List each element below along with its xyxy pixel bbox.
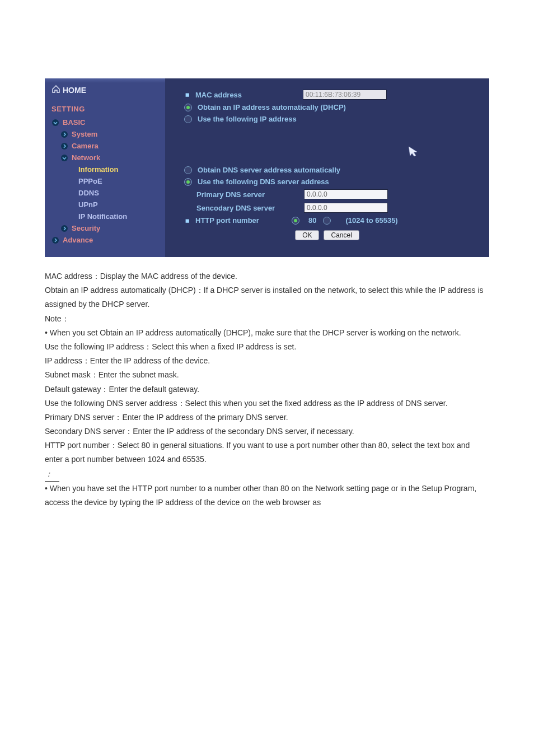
sidebar-item-basic[interactable]: BASIC [45, 116, 165, 128]
http-port-80-label: 80 [308, 216, 316, 225]
spacer [174, 127, 480, 162]
primary-dns-label: Primary DNS server [196, 190, 304, 199]
svg-point-1 [61, 131, 68, 138]
home-icon [51, 85, 60, 95]
http-port-row: ◼ HTTP port number 80 (1024 to 65535) [184, 216, 480, 225]
dns-static-label: Use the following DNS server address [198, 178, 329, 186]
primary-dns-input[interactable] [304, 189, 388, 199]
bullet-icon: ◼ [184, 218, 190, 223]
chevron-down-icon [51, 119, 59, 127]
home-label: HOME [63, 86, 86, 95]
desc-line: Note： [45, 312, 489, 326]
description-block: MAC address：Display the MAC address of t… [45, 269, 489, 510]
svg-point-0 [52, 119, 59, 126]
chevron-right-icon [60, 225, 68, 232]
desc-line: Primary DNS server：Enter the IP address … [45, 410, 489, 424]
sidebar-item-camera[interactable]: Camera [45, 140, 165, 152]
svg-point-4 [61, 225, 68, 232]
secondary-dns-label: Sencodary DNS server [196, 204, 304, 212]
dns-static-option[interactable]: Use the following DNS server address [184, 178, 480, 186]
desc-line: Use the following IP address：Select this… [45, 340, 489, 354]
setting-header: SETTING [45, 101, 165, 116]
desc-line: IP address：Enter the IP address of the d… [45, 354, 489, 368]
desc-line: • When you have set the HTTP port number… [45, 482, 489, 510]
http-port-hint: (1024 to 65535) [345, 216, 397, 225]
svg-point-5 [52, 237, 59, 244]
home-link[interactable]: HOME [45, 83, 165, 101]
http-port-80-radio[interactable] [292, 217, 299, 225]
http-port-custom-radio[interactable] [323, 217, 331, 225]
mac-label: MAC address [195, 91, 303, 99]
cancel-button[interactable]: Cancel [324, 230, 359, 240]
svg-point-2 [61, 143, 68, 150]
mac-row: ◼ MAC address [184, 90, 480, 100]
svg-point-3 [61, 155, 68, 161]
sidebar-item-ddns[interactable]: DDNS [45, 187, 165, 199]
sidebar-item-security[interactable]: Security [45, 222, 165, 234]
sidebar-item-advance[interactable]: Advance [45, 234, 165, 246]
sidebar: HOME SETTING BASIC System Camera [45, 78, 165, 257]
sidebar-item-pppoe[interactable]: PPPoE [45, 175, 165, 187]
chevron-right-icon [60, 130, 68, 138]
sidebar-item-system[interactable]: System [45, 128, 165, 140]
radio-on-icon[interactable] [184, 178, 192, 186]
sidebar-item-network[interactable]: Network [45, 152, 165, 164]
ok-button[interactable]: OK [295, 230, 319, 240]
desc-line: HTTP port number：Select 80 in general si… [45, 438, 489, 466]
cursor-icon [407, 144, 420, 161]
radio-on-icon[interactable] [184, 104, 192, 111]
desc-line: • When you set Obtain an IP address auto… [45, 326, 489, 340]
secondary-dns-input[interactable] [304, 203, 388, 213]
static-ip-label: Use the following IP address [198, 115, 297, 123]
sidebar-item-upnp[interactable]: UPnP [45, 199, 165, 211]
desc-line: Default gateway：Enter the default gatewa… [45, 382, 489, 396]
dns-auto-label: Obtain DNS server address automatically [198, 166, 340, 174]
desc-line: Secondary DNS server：Enter the IP addres… [45, 424, 489, 438]
sidebar-item-information[interactable]: Information [45, 164, 165, 175]
desc-line: Subnet mask：Enter the subnet mask. [45, 368, 489, 382]
dns-auto-option[interactable]: Obtain DNS server address automatically [184, 166, 480, 174]
dhcp-option[interactable]: Obtain an IP address automatically (DHCP… [184, 103, 480, 111]
static-ip-option[interactable]: Use the following IP address [184, 115, 480, 123]
bullet-icon: ◼ [184, 92, 190, 97]
chevron-right-icon [60, 142, 68, 150]
radio-off-icon[interactable] [184, 166, 192, 174]
secondary-dns-row: Sencodary DNS server [196, 203, 480, 213]
http-port-label: HTTP port number [195, 216, 292, 225]
chevron-right-icon [51, 236, 59, 244]
dhcp-label: Obtain an IP address automatically (DHCP… [198, 103, 346, 111]
note-underline: ： [45, 467, 59, 482]
mac-input [303, 90, 387, 100]
primary-dns-row: Primary DNS server [196, 189, 480, 199]
sidebar-item-ipnotification[interactable]: IP Notification [45, 211, 165, 222]
desc-line: Use the following DNS server address：Sel… [45, 396, 489, 410]
content-pane: ◼ MAC address Obtain an IP address autom… [165, 78, 489, 257]
chevron-down-icon [60, 154, 68, 162]
desc-line: Obtain an IP address automatically (DHCP… [45, 283, 489, 311]
settings-panel: HOME SETTING BASIC System Camera [45, 78, 489, 257]
desc-line: MAC address：Display the MAC address of t… [45, 269, 489, 283]
radio-off-icon[interactable] [184, 115, 192, 123]
